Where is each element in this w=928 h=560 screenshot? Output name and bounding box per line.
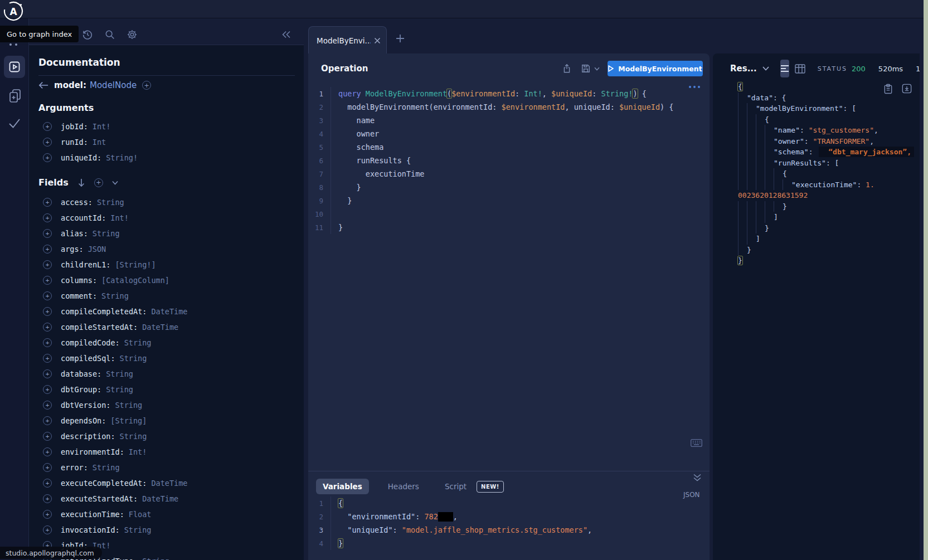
member-type-link[interactable]: Int bbox=[93, 138, 106, 147]
run-operation-button[interactable]: ModelByEnvironment bbox=[608, 61, 703, 76]
code-line[interactable]: 8 } bbox=[308, 181, 710, 194]
member-type-link[interactable]: DateTime bbox=[151, 307, 187, 316]
add-to-query-icon[interactable] bbox=[43, 338, 52, 347]
code-line[interactable]: 1{ bbox=[308, 496, 710, 510]
code-line[interactable]: 6 runResults { bbox=[308, 154, 710, 167]
code-line[interactable]: 7 executionTime bbox=[308, 167, 710, 181]
save-icon[interactable] bbox=[580, 63, 600, 74]
back-icon[interactable] bbox=[38, 81, 48, 89]
more-options-button[interactable] bbox=[689, 86, 700, 88]
member-type-link[interactable]: String bbox=[142, 557, 169, 560]
member-type-link[interactable]: String bbox=[101, 291, 129, 300]
member-type-link[interactable]: Int! bbox=[110, 213, 129, 222]
tab-script[interactable]: Script bbox=[438, 479, 469, 494]
member-type-link[interactable]: DateTime bbox=[151, 479, 187, 488]
member-type-link[interactable]: String bbox=[115, 401, 142, 410]
add-to-query-icon[interactable] bbox=[43, 369, 52, 378]
add-to-query-icon[interactable] bbox=[43, 198, 52, 207]
add-to-query-icon[interactable] bbox=[43, 291, 52, 300]
member-type-link[interactable]: String bbox=[97, 198, 124, 207]
add-to-query-icon[interactable] bbox=[43, 432, 52, 441]
add-to-query-icon[interactable] bbox=[43, 307, 52, 316]
response-title[interactable]: Res... bbox=[730, 64, 757, 74]
share-icon[interactable] bbox=[561, 63, 572, 74]
member-type-link[interactable]: Float bbox=[129, 510, 152, 519]
copy-response-icon[interactable] bbox=[883, 84, 893, 94]
add-all-fields-icon[interactable] bbox=[94, 178, 103, 187]
settings-icon[interactable] bbox=[126, 28, 138, 41]
member-type-link[interactable]: String bbox=[106, 385, 133, 394]
code-line[interactable]: 5 schema bbox=[308, 140, 710, 154]
member-type-link[interactable]: String bbox=[106, 369, 133, 378]
response-chevron-icon[interactable] bbox=[762, 66, 769, 71]
add-to-query-icon[interactable] bbox=[43, 245, 52, 254]
code-line[interactable]: 4} bbox=[308, 537, 710, 550]
close-tab-icon[interactable] bbox=[374, 37, 381, 44]
code-line[interactable]: 2 "environmentId": 782, bbox=[308, 510, 710, 523]
add-to-query-icon[interactable] bbox=[43, 401, 52, 410]
add-to-query-icon[interactable] bbox=[43, 153, 52, 162]
code-line[interactable]: 11} bbox=[308, 221, 710, 234]
member-type-link[interactable]: JSON bbox=[88, 245, 106, 254]
download-response-icon[interactable] bbox=[902, 84, 912, 94]
member-type-link[interactable]: DateTime bbox=[142, 494, 178, 503]
member-type-link[interactable]: String bbox=[120, 354, 147, 363]
member-type-link[interactable]: [String] bbox=[110, 416, 147, 425]
code-line[interactable]: 2 modelByEnvironment(environmentId: $env… bbox=[308, 100, 710, 114]
add-to-query-icon[interactable] bbox=[43, 447, 52, 456]
collapse-panel-icon[interactable] bbox=[693, 474, 702, 481]
add-to-query-icon[interactable] bbox=[43, 323, 52, 332]
add-to-query-icon[interactable] bbox=[43, 510, 52, 519]
add-to-query-icon[interactable] bbox=[43, 122, 52, 131]
new-tab-button[interactable] bbox=[393, 32, 407, 45]
member-type-link[interactable]: String bbox=[124, 525, 152, 534]
add-to-query-icon[interactable] bbox=[43, 229, 52, 238]
apollo-logo[interactable]: A bbox=[3, 1, 24, 22]
search-icon[interactable] bbox=[104, 28, 116, 41]
code-line[interactable]: 3 "uniqueId": "model.jaffle_shop_metrics… bbox=[308, 523, 710, 537]
variables-editor[interactable]: 1{2 "environmentId": 782,3 "uniqueId": "… bbox=[308, 496, 710, 550]
add-to-query-icon[interactable] bbox=[43, 463, 52, 472]
member-type-link[interactable]: String bbox=[120, 432, 147, 441]
collapse-docs-icon[interactable] bbox=[280, 28, 293, 41]
add-to-query-icon[interactable] bbox=[43, 276, 52, 285]
add-to-query-icon[interactable] bbox=[43, 385, 52, 394]
tab-headers[interactable]: Headers bbox=[381, 479, 426, 494]
view-raw-toggle[interactable] bbox=[780, 60, 789, 77]
member-type-link[interactable]: String bbox=[124, 338, 152, 347]
add-to-query-icon[interactable] bbox=[43, 494, 52, 503]
member-type-link[interactable]: [CatalogColumn] bbox=[101, 276, 169, 285]
add-to-query-icon[interactable] bbox=[43, 260, 52, 269]
add-to-query-icon[interactable] bbox=[142, 81, 151, 90]
sidebar-item-explorer[interactable] bbox=[4, 56, 25, 78]
member-type-link[interactable]: String bbox=[93, 463, 120, 472]
member-type-link[interactable]: String! bbox=[106, 153, 138, 162]
member-type-link[interactable]: DateTime bbox=[142, 323, 178, 332]
tab-variables[interactable]: Variables bbox=[316, 479, 369, 494]
code-line[interactable]: 3 name bbox=[308, 114, 710, 127]
add-to-query-icon[interactable] bbox=[43, 479, 52, 488]
sidebar-item-schema[interactable] bbox=[8, 88, 22, 104]
member-type-link[interactable]: [String!] bbox=[115, 260, 156, 269]
sort-icon[interactable] bbox=[77, 178, 85, 187]
code-line[interactable]: 1query ModelByEnvironment($environmentId… bbox=[308, 87, 710, 100]
operation-tab[interactable]: ModelByEnvi... bbox=[308, 26, 387, 54]
code-line[interactable]: 9 } bbox=[308, 194, 710, 207]
add-to-query-icon[interactable] bbox=[43, 213, 52, 222]
code-line[interactable]: 10 bbox=[308, 207, 710, 221]
member-type-link[interactable]: Int! bbox=[129, 447, 147, 456]
add-to-query-icon[interactable] bbox=[43, 138, 52, 147]
member-type-link[interactable]: String bbox=[93, 229, 120, 238]
view-table-toggle[interactable] bbox=[795, 64, 805, 74]
keyboard-shortcuts-icon[interactable] bbox=[691, 439, 702, 447]
history-icon[interactable] bbox=[81, 28, 94, 41]
chevron-down-icon[interactable] bbox=[112, 181, 118, 185]
code-line[interactable]: 4 owner bbox=[308, 127, 710, 140]
member-type-link[interactable]: Int! bbox=[93, 122, 111, 131]
add-to-query-icon[interactable] bbox=[43, 354, 52, 363]
add-to-query-icon[interactable] bbox=[43, 416, 52, 425]
sidebar-item-checklist[interactable] bbox=[7, 116, 22, 130]
operation-editor[interactable]: 1query ModelByEnvironment($environmentId… bbox=[308, 87, 710, 234]
breadcrumb-type-link[interactable]: ModelNode bbox=[90, 80, 137, 90]
add-to-query-icon[interactable] bbox=[43, 525, 52, 534]
